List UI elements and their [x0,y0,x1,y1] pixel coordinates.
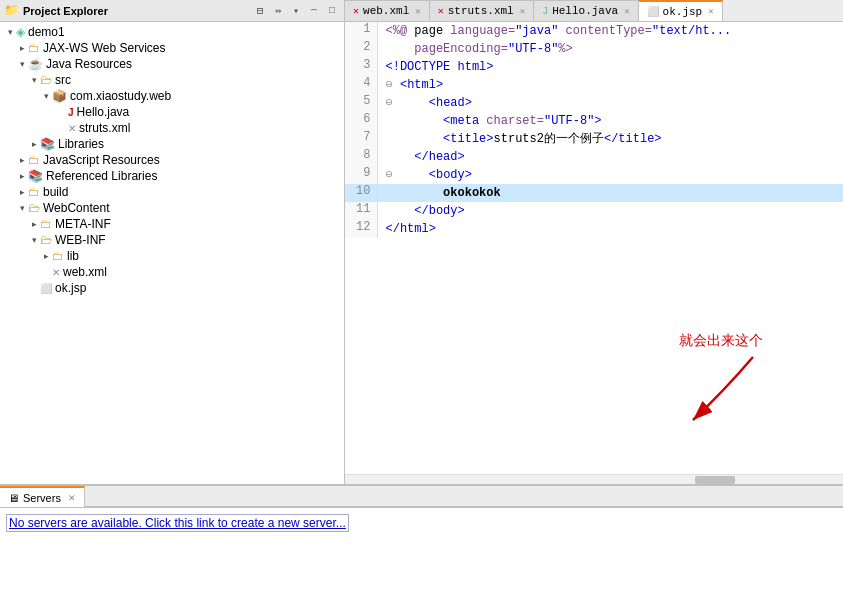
line-content-8[interactable]: </head> [377,148,843,166]
panel-icon: 📁 [4,3,19,18]
toggle-build[interactable]: ▸ [16,187,28,197]
servers-icon: 🖥 [8,492,19,504]
tree-item-okjsp[interactable]: ⬜ ok.jsp [0,280,344,296]
struts-xml-tab-icon: ✕ [438,5,444,17]
project-tree: ▾ ◈ demo1 ▸ 🗀 JAX-WS Web Services ▾ ☕ Ja… [0,22,344,484]
tree-item-src[interactable]: ▾ 🗁 src [0,72,344,88]
toggle-metainf[interactable]: ▸ [28,219,40,229]
src-folder-icon: 🗁 [40,73,52,87]
tab-close-strutsxml[interactable]: ✕ [520,6,525,17]
code-line-5: 5 ⊖ <head> [345,94,843,112]
tree-item-demo1[interactable]: ▾ ◈ demo1 [0,24,344,40]
tab-close-hellojava[interactable]: ✕ [624,6,629,17]
collapse-all-btn[interactable]: ⊟ [252,3,268,19]
line-number-12: 12 [345,220,377,238]
tree-item-hello[interactable]: J Hello.java [0,104,344,120]
code-line-2: 2 pageEncoding="UTF-8"%> [345,40,843,58]
horizontal-scrollbar[interactable] [345,474,843,484]
toggle-libraries[interactable]: ▸ [28,139,40,149]
toggle-src[interactable]: ▾ [28,75,40,85]
tree-item-jsresources[interactable]: ▸ 🗀 JavaScript Resources [0,152,344,168]
tree-item-metainf[interactable]: ▸ 🗀 META-INF [0,216,344,232]
code-line-7: 7 <title>struts2的一个例子</title> [345,130,843,148]
line-content-3[interactable]: <!DOCTYPE html> [377,58,843,76]
create-server-link[interactable]: No servers are available. Click this lin… [6,514,349,532]
bottom-panel: 🖥 Servers ✕ No servers are available. Cl… [0,484,843,594]
package-icon: 📦 [52,89,67,103]
code-line-3: 3 <!DOCTYPE html> [345,58,843,76]
tab-hello-java[interactable]: J Hello.java ✕ [534,0,638,21]
tree-label-package: com.xiaostudy.web [70,89,171,103]
new-btn[interactable]: ▾ [288,3,304,19]
maximize-btn[interactable]: □ [324,3,340,19]
toggle-package[interactable]: ▾ [40,91,52,101]
toggle-jaxws[interactable]: ▸ [16,43,28,53]
line-content-9[interactable]: ⊖ <body> [377,166,843,184]
build-folder-icon: 🗀 [28,185,40,199]
libraries-icon: 📚 [40,137,55,151]
line-content-4[interactable]: ⊖ <html> [377,76,843,94]
tab-label-okjsp: ok.jsp [663,6,703,18]
annotation-text: 就会出来这个 [679,332,763,350]
toggle-webcontent[interactable]: ▾ [16,203,28,213]
tree-label-build: build [43,185,68,199]
tree-item-webxml[interactable]: ✕ web.xml [0,264,344,280]
tab-close-okjsp[interactable]: ✕ [708,6,713,17]
tree-item-struts[interactable]: ✕ struts.xml [0,120,344,136]
tab-web-xml[interactable]: ✕ web.xml ✕ [345,0,430,21]
tree-label-lib: lib [67,249,79,263]
tree-item-webcontent[interactable]: ▾ 🗁 WebContent [0,200,344,216]
toggle-reflibs[interactable]: ▸ [16,171,28,181]
toggle-javaresources[interactable]: ▾ [16,59,28,69]
tab-close-servers[interactable]: ✕ [68,493,76,503]
tree-item-libraries[interactable]: ▸ 📚 Libraries [0,136,344,152]
tree-item-build[interactable]: ▸ 🗀 build [0,184,344,200]
tree-item-jaxws[interactable]: ▸ 🗀 JAX-WS Web Services [0,40,344,56]
tree-item-javaresources[interactable]: ▾ ☕ Java Resources [0,56,344,72]
line-content-6[interactable]: <meta charset="UTF-8"> [377,112,843,130]
tab-label-hellojava: Hello.java [552,5,618,17]
jsresources-icon: 🗀 [28,153,40,167]
tab-ok-jsp[interactable]: ⬜ ok.jsp ✕ [639,0,723,21]
tab-struts-xml[interactable]: ✕ struts.xml ✕ [430,0,534,21]
code-line-10: 10 okokokok [345,184,843,202]
webinf-icon: 🗁 [40,233,52,247]
line-content-1[interactable]: <%@ page language="java" contentType="te… [377,22,843,40]
tab-label-servers: Servers [23,492,61,504]
minimize-btn[interactable]: ─ [306,3,322,19]
tab-close-webxml[interactable]: ✕ [415,6,420,17]
line-content-11[interactable]: </body> [377,202,843,220]
toggle-demo1[interactable]: ▾ [4,27,16,37]
javaresources-icon: ☕ [28,57,43,71]
tree-item-reflibs[interactable]: ▸ 📚 Referenced Libraries [0,168,344,184]
line-content-2[interactable]: pageEncoding="UTF-8"%> [377,40,843,58]
reflibs-icon: 📚 [28,169,43,183]
tree-label-metainf: META-INF [55,217,111,231]
line-content-5[interactable]: ⊖ <head> [377,94,843,112]
tree-item-package[interactable]: ▾ 📦 com.xiaostudy.web [0,88,344,104]
line-number-5: 5 [345,94,377,112]
line-number-1: 1 [345,22,377,40]
line-number-3: 3 [345,58,377,76]
line-content-12[interactable]: </html> [377,220,843,238]
line-number-6: 6 [345,112,377,130]
toggle-webinf[interactable]: ▾ [28,235,40,245]
toggle-jsresources[interactable]: ▸ [16,155,28,165]
servers-content: No servers are available. Click this lin… [0,508,843,594]
code-line-11: 11 </body> [345,202,843,220]
toggle-lib[interactable]: ▸ [40,251,52,261]
code-content-area[interactable]: 1 <%@ page language="java" contentType="… [345,22,843,474]
tree-label-webinf: WEB-INF [55,233,106,247]
tree-item-webinf[interactable]: ▾ 🗁 WEB-INF [0,232,344,248]
tree-label-okjsp: ok.jsp [55,281,86,295]
tree-label-src: src [55,73,71,87]
panel-title: Project Explorer [23,5,248,17]
tree-label-webcontent: WebContent [43,201,110,215]
line-content-10[interactable]: okokokok [377,184,843,202]
tab-servers[interactable]: 🖥 Servers ✕ [0,486,85,507]
lib-folder-icon: 🗀 [52,249,64,263]
tree-item-lib[interactable]: ▸ 🗀 lib [0,248,344,264]
link-editor-btn[interactable]: ⇔ [270,3,286,19]
line-content-7[interactable]: <title>struts2的一个例子</title> [377,130,843,148]
project-icon: ◈ [16,25,25,39]
